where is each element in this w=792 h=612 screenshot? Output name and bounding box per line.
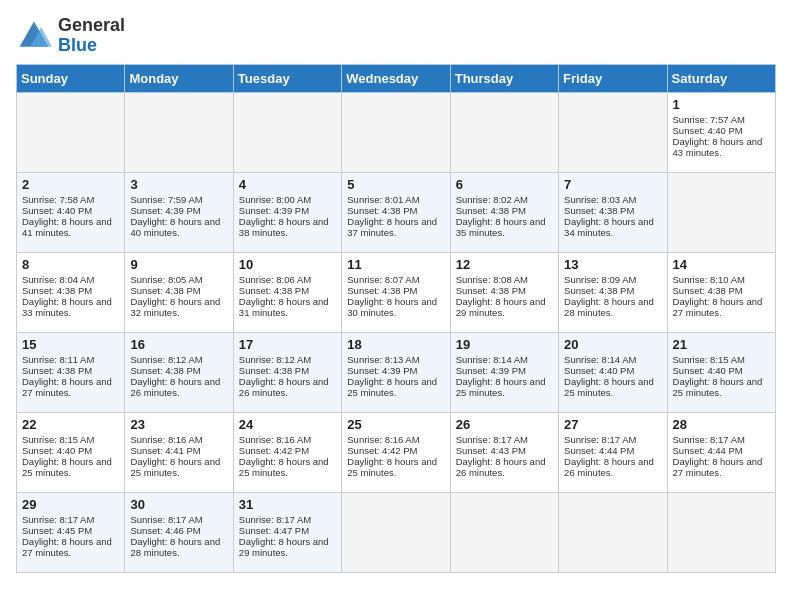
day-number: 21 (673, 337, 770, 352)
day-cell-20: 20 Sunrise: 8:14 AM Sunset: 4:40 PM Dayl… (559, 332, 667, 412)
sunset-label: Sunset: 4:39 PM (130, 205, 200, 216)
sunrise-label: Sunrise: 8:17 AM (130, 514, 202, 525)
day-cell-8: 8 Sunrise: 8:04 AM Sunset: 4:38 PM Dayli… (17, 252, 125, 332)
calendar-header-row: SundayMondayTuesdayWednesdayThursdayFrid… (17, 64, 776, 92)
daylight-label: Daylight: 8 hours and 29 minutes. (456, 296, 546, 318)
sunrise-label: Sunrise: 8:01 AM (347, 194, 419, 205)
sunset-label: Sunset: 4:39 PM (239, 205, 309, 216)
day-number: 31 (239, 497, 336, 512)
day-cell-9: 9 Sunrise: 8:05 AM Sunset: 4:38 PM Dayli… (125, 252, 233, 332)
day-number: 24 (239, 417, 336, 432)
day-number: 22 (22, 417, 119, 432)
daylight-label: Daylight: 8 hours and 34 minutes. (564, 216, 654, 238)
day-number: 10 (239, 257, 336, 272)
sunset-label: Sunset: 4:38 PM (347, 205, 417, 216)
daylight-label: Daylight: 8 hours and 25 minutes. (347, 456, 437, 478)
day-cell-27: 27 Sunrise: 8:17 AM Sunset: 4:44 PM Dayl… (559, 412, 667, 492)
day-cell-14: 14 Sunrise: 8:10 AM Sunset: 4:38 PM Dayl… (667, 252, 775, 332)
calendar-week-row: 2 Sunrise: 7:58 AM Sunset: 4:40 PM Dayli… (17, 172, 776, 252)
weekday-header-tuesday: Tuesday (233, 64, 341, 92)
sunset-label: Sunset: 4:42 PM (347, 445, 417, 456)
daylight-label: Daylight: 8 hours and 25 minutes. (130, 456, 220, 478)
day-number: 12 (456, 257, 553, 272)
day-cell-22: 22 Sunrise: 8:15 AM Sunset: 4:40 PM Dayl… (17, 412, 125, 492)
weekday-header-thursday: Thursday (450, 64, 558, 92)
day-cell-13: 13 Sunrise: 8:09 AM Sunset: 4:38 PM Dayl… (559, 252, 667, 332)
day-cell-25: 25 Sunrise: 8:16 AM Sunset: 4:42 PM Dayl… (342, 412, 450, 492)
day-number: 9 (130, 257, 227, 272)
daylight-label: Daylight: 8 hours and 43 minutes. (673, 136, 763, 158)
daylight-label: Daylight: 8 hours and 26 minutes. (239, 376, 329, 398)
calendar-week-row: 22 Sunrise: 8:15 AM Sunset: 4:40 PM Dayl… (17, 412, 776, 492)
calendar-week-row: 8 Sunrise: 8:04 AM Sunset: 4:38 PM Dayli… (17, 252, 776, 332)
day-cell-19: 19 Sunrise: 8:14 AM Sunset: 4:39 PM Dayl… (450, 332, 558, 412)
day-cell-16: 16 Sunrise: 8:12 AM Sunset: 4:38 PM Dayl… (125, 332, 233, 412)
day-number: 8 (22, 257, 119, 272)
daylight-label: Daylight: 8 hours and 27 minutes. (673, 296, 763, 318)
sunrise-label: Sunrise: 8:16 AM (130, 434, 202, 445)
sunset-label: Sunset: 4:43 PM (456, 445, 526, 456)
weekday-header-monday: Monday (125, 64, 233, 92)
sunset-label: Sunset: 4:38 PM (564, 285, 634, 296)
day-number: 2 (22, 177, 119, 192)
sunset-label: Sunset: 4:44 PM (673, 445, 743, 456)
daylight-label: Daylight: 8 hours and 25 minutes. (347, 376, 437, 398)
sunset-label: Sunset: 4:47 PM (239, 525, 309, 536)
daylight-label: Daylight: 8 hours and 26 minutes. (456, 456, 546, 478)
weekday-header-saturday: Saturday (667, 64, 775, 92)
sunset-label: Sunset: 4:38 PM (239, 365, 309, 376)
sunrise-label: Sunrise: 8:17 AM (673, 434, 745, 445)
day-number: 28 (673, 417, 770, 432)
daylight-label: Daylight: 8 hours and 27 minutes. (22, 536, 112, 558)
sunset-label: Sunset: 4:40 PM (22, 445, 92, 456)
sunset-label: Sunset: 4:44 PM (564, 445, 634, 456)
sunrise-label: Sunrise: 8:15 AM (22, 434, 94, 445)
empty-cell (233, 92, 341, 172)
sunrise-label: Sunrise: 8:05 AM (130, 274, 202, 285)
sunrise-label: Sunrise: 7:58 AM (22, 194, 94, 205)
empty-cell (667, 172, 775, 252)
sunrise-label: Sunrise: 7:57 AM (673, 114, 745, 125)
calendar-week-row: 15 Sunrise: 8:11 AM Sunset: 4:38 PM Dayl… (17, 332, 776, 412)
sunset-label: Sunset: 4:42 PM (239, 445, 309, 456)
empty-cell (667, 492, 775, 572)
day-cell-7: 7 Sunrise: 8:03 AM Sunset: 4:38 PM Dayli… (559, 172, 667, 252)
day-cell-5: 5 Sunrise: 8:01 AM Sunset: 4:38 PM Dayli… (342, 172, 450, 252)
sunrise-label: Sunrise: 8:14 AM (564, 354, 636, 365)
sunset-label: Sunset: 4:38 PM (347, 285, 417, 296)
day-number: 18 (347, 337, 444, 352)
day-cell-23: 23 Sunrise: 8:16 AM Sunset: 4:41 PM Dayl… (125, 412, 233, 492)
day-number: 13 (564, 257, 661, 272)
page-header: GeneralBlue (16, 16, 776, 56)
day-number: 16 (130, 337, 227, 352)
sunrise-label: Sunrise: 8:16 AM (347, 434, 419, 445)
empty-cell (125, 92, 233, 172)
daylight-label: Daylight: 8 hours and 35 minutes. (456, 216, 546, 238)
day-cell-30: 30 Sunrise: 8:17 AM Sunset: 4:46 PM Dayl… (125, 492, 233, 572)
day-number: 3 (130, 177, 227, 192)
day-cell-17: 17 Sunrise: 8:12 AM Sunset: 4:38 PM Dayl… (233, 332, 341, 412)
sunset-label: Sunset: 4:46 PM (130, 525, 200, 536)
day-number: 5 (347, 177, 444, 192)
calendar-week-row: 1 Sunrise: 7:57 AM Sunset: 4:40 PM Dayli… (17, 92, 776, 172)
sunrise-label: Sunrise: 8:12 AM (239, 354, 311, 365)
daylight-label: Daylight: 8 hours and 26 minutes. (564, 456, 654, 478)
day-cell-3: 3 Sunrise: 7:59 AM Sunset: 4:39 PM Dayli… (125, 172, 233, 252)
sunrise-label: Sunrise: 8:03 AM (564, 194, 636, 205)
sunrise-label: Sunrise: 8:16 AM (239, 434, 311, 445)
day-number: 25 (347, 417, 444, 432)
sunset-label: Sunset: 4:39 PM (456, 365, 526, 376)
sunrise-label: Sunrise: 8:09 AM (564, 274, 636, 285)
day-number: 19 (456, 337, 553, 352)
daylight-label: Daylight: 8 hours and 25 minutes. (239, 456, 329, 478)
day-number: 15 (22, 337, 119, 352)
sunrise-label: Sunrise: 8:14 AM (456, 354, 528, 365)
day-number: 30 (130, 497, 227, 512)
day-cell-15: 15 Sunrise: 8:11 AM Sunset: 4:38 PM Dayl… (17, 332, 125, 412)
sunset-label: Sunset: 4:45 PM (22, 525, 92, 536)
sunrise-label: Sunrise: 8:17 AM (239, 514, 311, 525)
daylight-label: Daylight: 8 hours and 25 minutes. (564, 376, 654, 398)
daylight-label: Daylight: 8 hours and 38 minutes. (239, 216, 329, 238)
empty-cell (17, 92, 125, 172)
daylight-label: Daylight: 8 hours and 41 minutes. (22, 216, 112, 238)
